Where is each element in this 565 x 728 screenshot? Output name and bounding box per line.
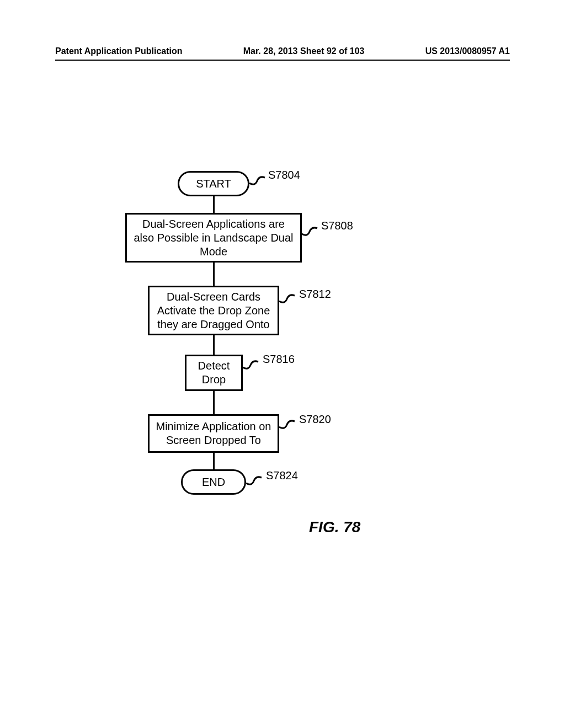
ref-s7812: S7812	[299, 288, 331, 301]
ref-s7808: S7808	[321, 220, 353, 232]
ref-s7824: S7824	[266, 469, 298, 482]
lead-line	[249, 175, 266, 186]
header-center: Mar. 28, 2013 Sheet 92 of 103	[243, 46, 365, 56]
lead-line	[243, 360, 259, 371]
flow-step-2: Dual-Screen Cards Activate the Drop Zone…	[148, 286, 279, 335]
flow-step-1-label: Dual-Screen Applications are also Possib…	[131, 217, 296, 259]
flow-step-3: Detect Drop	[185, 355, 243, 391]
flow-step-3-label: Detect Drop	[191, 359, 237, 387]
ref-s7816: S7816	[263, 353, 295, 366]
header-left: Patent Application Publication	[55, 46, 183, 56]
flow-step-1: Dual-Screen Applications are also Possib…	[125, 213, 302, 263]
flow-start-label: START	[196, 177, 231, 191]
flow-end: END	[181, 469, 246, 495]
lead-line	[302, 226, 318, 237]
flow-step-4-label: Minimize Application on Screen Dropped T…	[154, 420, 273, 447]
connector	[213, 196, 215, 213]
flow-step-2-label: Dual-Screen Cards Activate the Drop Zone…	[154, 290, 273, 331]
header-rule	[55, 60, 510, 61]
ref-s7804: S7804	[268, 169, 300, 181]
page-header: Patent Application Publication Mar. 28, …	[55, 46, 510, 56]
flow-end-label: END	[202, 475, 225, 489]
figure-caption: FIG. 78	[309, 518, 360, 536]
connector	[213, 453, 215, 469]
lead-line	[279, 293, 296, 304]
connector	[213, 335, 215, 355]
ref-s7820: S7820	[299, 413, 331, 426]
flow-start: START	[178, 171, 249, 196]
flow-step-4: Minimize Application on Screen Dropped T…	[148, 414, 279, 453]
connector	[213, 263, 215, 286]
connector	[213, 391, 215, 414]
header-right: US 2013/0080957 A1	[425, 46, 510, 56]
lead-line	[279, 419, 296, 430]
lead-line	[246, 475, 263, 486]
